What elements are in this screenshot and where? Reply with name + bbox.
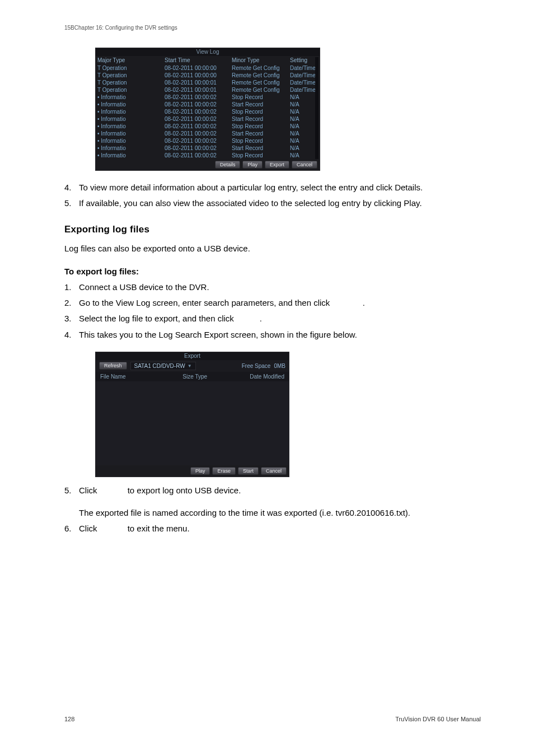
device-value: SATA1 CD/DVD-RW	[134, 363, 185, 369]
step-number: 4.	[64, 329, 79, 340]
step-text-main: Go to the View Log screen, enter search …	[79, 298, 330, 307]
play-button[interactable]: Play	[190, 467, 210, 475]
cell-start: 08-02-2011 00:00:02	[163, 108, 230, 115]
step-continuation: The exported file is named according to …	[79, 507, 481, 519]
cell-major: T Operation	[96, 72, 163, 79]
step-text: Go to the View Log screen, enter search …	[79, 297, 481, 309]
step-text: To view more detail information about a …	[79, 182, 481, 193]
table-row[interactable]: • Informatio08-02-2011 00:00:02Stop Reco…	[96, 94, 320, 101]
viewlog-title: View Log	[96, 48, 320, 56]
cell-minor: Remote Get Config	[230, 72, 288, 79]
step-text: Connect a USB device to the DVR.	[79, 282, 481, 293]
cell-major: T Operation	[96, 79, 163, 86]
col-file-name: File Name	[100, 374, 168, 380]
cell-major: • Informatio	[96, 94, 163, 101]
cell-major: T Operation	[96, 64, 163, 72]
scrollbar[interactable]	[315, 57, 318, 159]
table-row[interactable]: T Operation08-02-2011 00:00:01Remote Get…	[96, 79, 320, 86]
details-button[interactable]: Details	[215, 161, 241, 169]
table-row[interactable]: • Informatio08-02-2011 00:00:02Stop Reco…	[96, 123, 320, 130]
cell-start: 08-02-2011 00:00:02	[163, 130, 230, 137]
step-text-tail: .	[363, 298, 365, 307]
export-figure: Export Refresh SATA1 CD/DVD-RW ▼ Free Sp…	[95, 352, 481, 477]
viewlog-figure: View Log Major Type Start Time Minor Typ…	[95, 48, 481, 171]
page: 15BChapter 16: Configuring the DVR setti…	[0, 0, 534, 756]
table-row[interactable]: • Informatio08-02-2011 00:00:02Stop Reco…	[96, 137, 320, 144]
export-file-list	[96, 381, 289, 465]
cell-major: • Informatio	[96, 144, 163, 152]
export-toolbar: Refresh SATA1 CD/DVD-RW ▼ Free Space 0MB	[96, 360, 289, 372]
free-space-value: 0MB	[274, 363, 285, 369]
cell-minor: Start Record	[230, 130, 288, 137]
col-major: Major Type	[96, 56, 163, 64]
cell-minor: Stop Record	[230, 123, 288, 130]
table-row[interactable]: • Informatio08-02-2011 00:00:02Start Rec…	[96, 144, 320, 152]
free-space-label: Free Space	[242, 363, 271, 369]
cell-start: 08-02-2011 00:00:02	[163, 137, 230, 144]
step-text-post: to exit the menu.	[128, 524, 190, 533]
table-row[interactable]: • Informatio08-02-2011 00:00:02Stop Reco…	[96, 108, 320, 115]
table-row[interactable]: T Operation08-02-2011 00:00:00Remote Get…	[96, 64, 320, 72]
cell-start: 08-02-2011 00:00:01	[163, 86, 230, 94]
table-row[interactable]: • Informatio08-02-2011 00:00:02Start Rec…	[96, 101, 320, 108]
cell-start: 08-02-2011 00:00:00	[163, 64, 230, 72]
step-text-main: Select the log file to export, and then …	[79, 314, 234, 323]
step-text: Select the log file to export, and then …	[79, 313, 481, 324]
play-button[interactable]: Play	[242, 161, 263, 169]
cancel-button[interactable]: Cancel	[292, 161, 317, 169]
table-row[interactable]: • Informatio08-02-2011 00:00:02Start Rec…	[96, 130, 320, 137]
steps-c: 5. Click to export log onto USB device.	[64, 485, 481, 496]
viewlog-dialog: View Log Major Type Start Time Minor Typ…	[95, 48, 320, 171]
col-start: Start Time	[163, 56, 230, 64]
step-text: If available, you can also view the asso…	[79, 198, 481, 209]
cell-minor: Stop Record	[230, 137, 288, 144]
cell-minor: Stop Record	[230, 94, 288, 101]
cell-major: T Operation	[96, 86, 163, 94]
cell-start: 08-02-2011 00:00:02	[163, 115, 230, 123]
step-text: Click to exit the menu.	[79, 523, 481, 534]
manual-title: TruVision DVR 60 User Manual	[395, 716, 481, 722]
section-heading: Exporting log files	[64, 224, 481, 235]
export-button[interactable]: Export	[265, 161, 289, 169]
step-number: 6.	[64, 523, 79, 534]
cell-minor: Start Record	[230, 144, 288, 152]
cell-minor: Start Record	[230, 101, 288, 108]
table-row[interactable]: • Informatio08-02-2011 00:00:02Start Rec…	[96, 115, 320, 123]
chapter-header: 15BChapter 16: Configuring the DVR setti…	[64, 25, 481, 31]
page-footer: 128 TruVision DVR 60 User Manual	[64, 716, 481, 722]
export-dialog: Export Refresh SATA1 CD/DVD-RW ▼ Free Sp…	[95, 352, 289, 477]
refresh-button[interactable]: Refresh	[99, 362, 127, 370]
erase-button[interactable]: Erase	[212, 467, 236, 475]
cell-minor: Stop Record	[230, 152, 288, 159]
cell-major: • Informatio	[96, 123, 163, 130]
cell-major: • Informatio	[96, 115, 163, 123]
step-text-post: to export log onto USB device.	[128, 486, 241, 495]
col-date-modified: Date Modified	[221, 374, 284, 380]
viewlog-buttons: Details Play Export Cancel	[96, 159, 320, 170]
export-buttons: Play Erase Start Cancel	[96, 465, 289, 477]
step-text-pre: Click	[79, 524, 97, 533]
col-minor: Minor Type	[230, 56, 288, 64]
step-number: 3.	[64, 313, 79, 324]
steps-b: 1. Connect a USB device to the DVR. 2. G…	[64, 282, 481, 340]
cell-major: • Informatio	[96, 137, 163, 144]
start-button[interactable]: Start	[238, 467, 259, 475]
cell-major: • Informatio	[96, 130, 163, 137]
step-text-tail: .	[260, 314, 262, 323]
steps-c2: 6. Click to exit the menu.	[64, 523, 481, 534]
step-text: Click to export log onto USB device.	[79, 485, 481, 496]
cancel-button[interactable]: Cancel	[261, 467, 287, 475]
table-row[interactable]: T Operation08-02-2011 00:00:00Remote Get…	[96, 72, 320, 79]
cell-start: 08-02-2011 00:00:02	[163, 123, 230, 130]
step-number: 4.	[64, 182, 79, 193]
cell-minor: Remote Get Config	[230, 86, 288, 94]
step-text: This takes you to the Log Search Export …	[79, 329, 481, 340]
export-title: Export	[96, 352, 289, 360]
cell-start: 08-02-2011 00:00:00	[163, 72, 230, 79]
export-columns: File Name Size Type Date Modified	[96, 372, 289, 381]
device-select[interactable]: SATA1 CD/DVD-RW ▼	[130, 362, 196, 370]
table-row[interactable]: T Operation08-02-2011 00:00:01Remote Get…	[96, 86, 320, 94]
cell-major: • Informatio	[96, 152, 163, 159]
cell-minor: Start Record	[230, 115, 288, 123]
table-row[interactable]: • Informatio08-02-2011 00:00:02Stop Reco…	[96, 152, 320, 159]
